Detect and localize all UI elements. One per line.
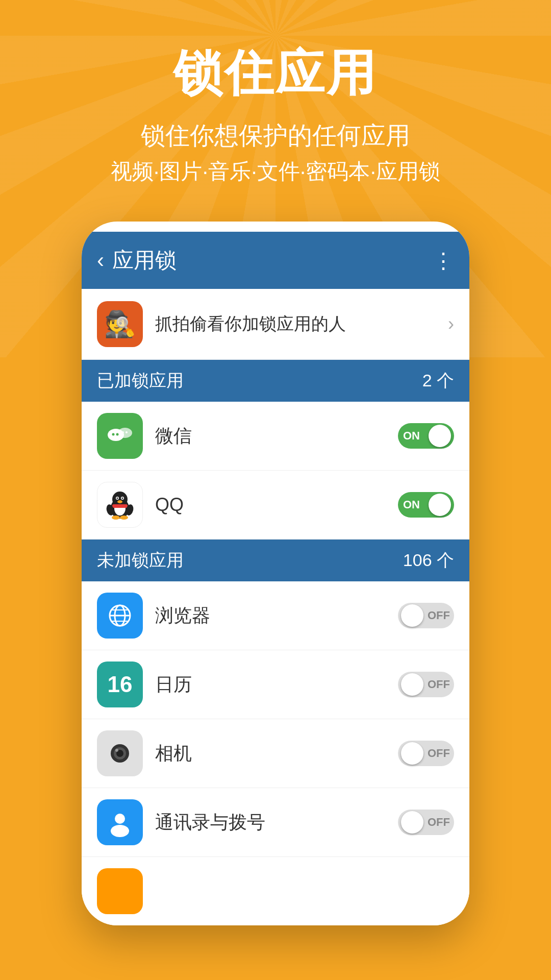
qq-toggle-knob (429, 494, 451, 516)
browser-toggle-label: OFF (428, 609, 450, 622)
calendar-icon: 16 (97, 662, 143, 707)
svg-point-14 (112, 516, 120, 520)
contacts-name: 通讯录与拨号 (155, 810, 386, 835)
qq-name: QQ (155, 494, 386, 516)
calendar-toggle[interactable]: OFF (398, 672, 454, 697)
calendar-row: 16 日历 OFF (82, 650, 469, 719)
wechat-row: 微信 ON (82, 402, 469, 471)
spy-row[interactable]: 🕵️ 抓拍偷看你加锁应用的人 › (82, 289, 469, 360)
svg-point-2 (112, 433, 115, 436)
contacts-row: 通讯录与拨号 OFF (82, 788, 469, 857)
calendar-toggle-label: OFF (428, 678, 450, 691)
wechat-name: 微信 (155, 424, 386, 449)
back-button[interactable]: ‹ (97, 248, 104, 273)
bottom-app-icon (97, 868, 143, 914)
qq-toggle[interactable]: ON (398, 492, 454, 518)
spy-icon: 🕵️ (97, 301, 143, 347)
camera-toggle[interactable]: OFF (398, 741, 454, 766)
wechat-toggle[interactable]: ON (398, 423, 454, 449)
page-subtitle-1: 锁住你想保护的任何应用 (0, 119, 551, 152)
camera-icon (97, 730, 143, 776)
locked-section-title: 已加锁应用 (97, 369, 184, 393)
wechat-icon (97, 413, 143, 459)
svg-point-29 (111, 825, 129, 837)
locked-section-header: 已加锁应用 2 个 (82, 360, 469, 402)
contacts-icon (97, 799, 143, 845)
bottom-partial-row (82, 857, 469, 925)
browser-row: 浏览器 OFF (82, 581, 469, 650)
calendar-name: 日历 (155, 672, 386, 697)
camera-name: 相机 (155, 741, 386, 766)
camera-toggle-label: OFF (428, 747, 450, 760)
wechat-toggle-knob (429, 425, 451, 447)
svg-point-27 (115, 749, 118, 752)
page-subtitle-2: 视频·图片·音乐·文件·密码本·应用锁 (0, 157, 551, 186)
spy-text: 抓拍偷看你加锁应用的人 (155, 312, 436, 336)
qq-row: QQ ON (82, 471, 469, 540)
svg-point-4 (122, 431, 124, 433)
browser-toggle[interactable]: OFF (398, 603, 454, 628)
qq-icon (97, 482, 143, 528)
app-bar-title: 应用锁 (112, 246, 424, 275)
menu-button[interactable]: ⋮ (433, 248, 454, 273)
svg-rect-16 (112, 504, 128, 508)
svg-point-11 (117, 498, 118, 499)
contacts-toggle[interactable]: OFF (398, 810, 454, 835)
locked-section-count: 2 个 (422, 369, 454, 393)
browser-toggle-knob (401, 604, 423, 627)
svg-point-15 (120, 516, 128, 520)
phone-mockup: ‹ 应用锁 ⋮ 🕵️ 抓拍偷看你加锁应用的人 › 已加锁应用 2 个 (82, 222, 469, 925)
wechat-toggle-label: ON (403, 429, 420, 443)
svg-point-3 (116, 433, 119, 436)
svg-point-13 (117, 500, 122, 503)
browser-name: 浏览器 (155, 603, 386, 628)
contacts-toggle-knob (401, 811, 423, 834)
svg-point-5 (126, 431, 128, 433)
svg-point-28 (115, 814, 125, 824)
calendar-toggle-knob (401, 673, 423, 696)
spy-chevron-icon: › (448, 313, 454, 335)
browser-icon (97, 593, 143, 639)
unlocked-section-header: 未加锁应用 106 个 (82, 540, 469, 581)
camera-toggle-knob (401, 742, 423, 765)
app-bar: ‹ 应用锁 ⋮ (82, 232, 469, 289)
unlocked-section-count: 106 个 (403, 549, 454, 572)
qq-toggle-label: ON (403, 498, 420, 511)
camera-row: 相机 OFF (82, 719, 469, 788)
unlocked-section-title: 未加锁应用 (97, 549, 184, 572)
contacts-toggle-label: OFF (428, 816, 450, 829)
svg-point-1 (118, 428, 132, 438)
svg-point-12 (122, 498, 123, 499)
page-title: 锁住应用 (0, 41, 551, 107)
